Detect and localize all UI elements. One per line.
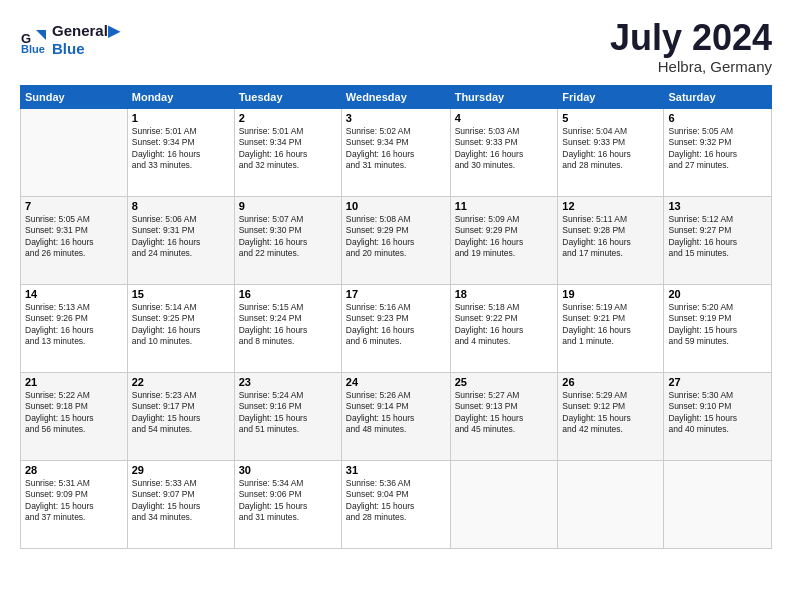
day-number: 15 <box>132 288 230 300</box>
day-number: 7 <box>25 200 123 212</box>
day-number: 4 <box>455 112 554 124</box>
calendar-cell: 7Sunrise: 5:05 AM Sunset: 9:31 PM Daylig… <box>21 196 128 284</box>
day-info: Sunrise: 5:31 AM Sunset: 9:09 PM Dayligh… <box>25 478 123 524</box>
day-info: Sunrise: 5:20 AM Sunset: 9:19 PM Dayligh… <box>668 302 767 348</box>
calendar-cell: 23Sunrise: 5:24 AM Sunset: 9:16 PM Dayli… <box>234 372 341 460</box>
calendar-cell <box>664 460 772 548</box>
day-number: 13 <box>668 200 767 212</box>
day-number: 19 <box>562 288 659 300</box>
calendar-cell: 19Sunrise: 5:19 AM Sunset: 9:21 PM Dayli… <box>558 284 664 372</box>
calendar-cell: 6Sunrise: 5:05 AM Sunset: 9:32 PM Daylig… <box>664 108 772 196</box>
svg-text:Blue: Blue <box>21 43 45 54</box>
day-info: Sunrise: 5:07 AM Sunset: 9:30 PM Dayligh… <box>239 214 337 260</box>
day-number: 3 <box>346 112 446 124</box>
calendar-cell: 17Sunrise: 5:16 AM Sunset: 9:23 PM Dayli… <box>341 284 450 372</box>
day-number: 27 <box>668 376 767 388</box>
day-number: 18 <box>455 288 554 300</box>
calendar-cell: 5Sunrise: 5:04 AM Sunset: 9:33 PM Daylig… <box>558 108 664 196</box>
calendar-cell: 15Sunrise: 5:14 AM Sunset: 9:25 PM Dayli… <box>127 284 234 372</box>
calendar-cell: 4Sunrise: 5:03 AM Sunset: 9:33 PM Daylig… <box>450 108 558 196</box>
day-info: Sunrise: 5:36 AM Sunset: 9:04 PM Dayligh… <box>346 478 446 524</box>
weekday-header: Sunday <box>21 85 128 108</box>
header: G Blue General▶ Blue July 2024 Helbra, G… <box>20 18 772 75</box>
day-info: Sunrise: 5:01 AM Sunset: 9:34 PM Dayligh… <box>239 126 337 172</box>
calendar-cell: 14Sunrise: 5:13 AM Sunset: 9:26 PM Dayli… <box>21 284 128 372</box>
calendar-cell <box>450 460 558 548</box>
day-number: 31 <box>346 464 446 476</box>
day-info: Sunrise: 5:05 AM Sunset: 9:31 PM Dayligh… <box>25 214 123 260</box>
day-number: 25 <box>455 376 554 388</box>
calendar-week-row: 28Sunrise: 5:31 AM Sunset: 9:09 PM Dayli… <box>21 460 772 548</box>
calendar-cell: 12Sunrise: 5:11 AM Sunset: 9:28 PM Dayli… <box>558 196 664 284</box>
logo-icon: G Blue <box>20 26 48 54</box>
logo-general: General▶ <box>52 22 120 40</box>
day-info: Sunrise: 5:15 AM Sunset: 9:24 PM Dayligh… <box>239 302 337 348</box>
day-info: Sunrise: 5:18 AM Sunset: 9:22 PM Dayligh… <box>455 302 554 348</box>
day-number: 14 <box>25 288 123 300</box>
calendar-cell <box>558 460 664 548</box>
calendar-week-row: 14Sunrise: 5:13 AM Sunset: 9:26 PM Dayli… <box>21 284 772 372</box>
calendar-cell: 8Sunrise: 5:06 AM Sunset: 9:31 PM Daylig… <box>127 196 234 284</box>
calendar-cell <box>21 108 128 196</box>
day-number: 10 <box>346 200 446 212</box>
day-info: Sunrise: 5:14 AM Sunset: 9:25 PM Dayligh… <box>132 302 230 348</box>
day-number: 16 <box>239 288 337 300</box>
day-info: Sunrise: 5:09 AM Sunset: 9:29 PM Dayligh… <box>455 214 554 260</box>
title-block: July 2024 Helbra, Germany <box>610 18 772 75</box>
calendar-cell: 21Sunrise: 5:22 AM Sunset: 9:18 PM Dayli… <box>21 372 128 460</box>
day-info: Sunrise: 5:04 AM Sunset: 9:33 PM Dayligh… <box>562 126 659 172</box>
day-info: Sunrise: 5:11 AM Sunset: 9:28 PM Dayligh… <box>562 214 659 260</box>
calendar-cell: 31Sunrise: 5:36 AM Sunset: 9:04 PM Dayli… <box>341 460 450 548</box>
day-info: Sunrise: 5:34 AM Sunset: 9:06 PM Dayligh… <box>239 478 337 524</box>
calendar-cell: 13Sunrise: 5:12 AM Sunset: 9:27 PM Dayli… <box>664 196 772 284</box>
day-number: 12 <box>562 200 659 212</box>
day-info: Sunrise: 5:16 AM Sunset: 9:23 PM Dayligh… <box>346 302 446 348</box>
day-number: 20 <box>668 288 767 300</box>
day-number: 28 <box>25 464 123 476</box>
calendar-cell: 26Sunrise: 5:29 AM Sunset: 9:12 PM Dayli… <box>558 372 664 460</box>
day-number: 22 <box>132 376 230 388</box>
month-title: July 2024 <box>610 18 772 58</box>
weekday-header: Tuesday <box>234 85 341 108</box>
weekday-header: Monday <box>127 85 234 108</box>
logo: G Blue General▶ Blue <box>20 22 120 58</box>
day-info: Sunrise: 5:19 AM Sunset: 9:21 PM Dayligh… <box>562 302 659 348</box>
weekday-header-row: SundayMondayTuesdayWednesdayThursdayFrid… <box>21 85 772 108</box>
day-number: 2 <box>239 112 337 124</box>
calendar-cell: 18Sunrise: 5:18 AM Sunset: 9:22 PM Dayli… <box>450 284 558 372</box>
day-number: 26 <box>562 376 659 388</box>
day-info: Sunrise: 5:05 AM Sunset: 9:32 PM Dayligh… <box>668 126 767 172</box>
calendar-cell: 11Sunrise: 5:09 AM Sunset: 9:29 PM Dayli… <box>450 196 558 284</box>
day-number: 29 <box>132 464 230 476</box>
day-info: Sunrise: 5:08 AM Sunset: 9:29 PM Dayligh… <box>346 214 446 260</box>
day-info: Sunrise: 5:33 AM Sunset: 9:07 PM Dayligh… <box>132 478 230 524</box>
day-info: Sunrise: 5:24 AM Sunset: 9:16 PM Dayligh… <box>239 390 337 436</box>
day-number: 8 <box>132 200 230 212</box>
location: Helbra, Germany <box>610 58 772 75</box>
day-number: 24 <box>346 376 446 388</box>
calendar-cell: 20Sunrise: 5:20 AM Sunset: 9:19 PM Dayli… <box>664 284 772 372</box>
day-info: Sunrise: 5:12 AM Sunset: 9:27 PM Dayligh… <box>668 214 767 260</box>
calendar-cell: 27Sunrise: 5:30 AM Sunset: 9:10 PM Dayli… <box>664 372 772 460</box>
day-info: Sunrise: 5:01 AM Sunset: 9:34 PM Dayligh… <box>132 126 230 172</box>
day-info: Sunrise: 5:13 AM Sunset: 9:26 PM Dayligh… <box>25 302 123 348</box>
day-number: 21 <box>25 376 123 388</box>
calendar-cell: 24Sunrise: 5:26 AM Sunset: 9:14 PM Dayli… <box>341 372 450 460</box>
calendar-cell: 2Sunrise: 5:01 AM Sunset: 9:34 PM Daylig… <box>234 108 341 196</box>
day-info: Sunrise: 5:03 AM Sunset: 9:33 PM Dayligh… <box>455 126 554 172</box>
weekday-header: Friday <box>558 85 664 108</box>
calendar-week-row: 1Sunrise: 5:01 AM Sunset: 9:34 PM Daylig… <box>21 108 772 196</box>
weekday-header: Thursday <box>450 85 558 108</box>
logo-blue: Blue <box>52 40 120 58</box>
calendar-cell: 25Sunrise: 5:27 AM Sunset: 9:13 PM Dayli… <box>450 372 558 460</box>
calendar-cell: 1Sunrise: 5:01 AM Sunset: 9:34 PM Daylig… <box>127 108 234 196</box>
day-info: Sunrise: 5:27 AM Sunset: 9:13 PM Dayligh… <box>455 390 554 436</box>
calendar-table: SundayMondayTuesdayWednesdayThursdayFrid… <box>20 85 772 549</box>
day-number: 17 <box>346 288 446 300</box>
calendar-cell: 3Sunrise: 5:02 AM Sunset: 9:34 PM Daylig… <box>341 108 450 196</box>
calendar-week-row: 21Sunrise: 5:22 AM Sunset: 9:18 PM Dayli… <box>21 372 772 460</box>
day-info: Sunrise: 5:02 AM Sunset: 9:34 PM Dayligh… <box>346 126 446 172</box>
day-number: 30 <box>239 464 337 476</box>
calendar-week-row: 7Sunrise: 5:05 AM Sunset: 9:31 PM Daylig… <box>21 196 772 284</box>
day-number: 1 <box>132 112 230 124</box>
